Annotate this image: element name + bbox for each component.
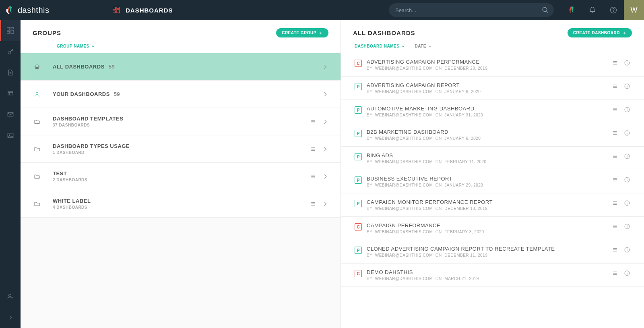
dashboard-row[interactable]: PAUTOMOTIVE MARKETING DASHBOARDBY WEBINA… xyxy=(341,100,644,123)
sidebar-dashboards[interactable] xyxy=(0,20,21,41)
group-row[interactable]: YOUR DASHBOARDS59 xyxy=(21,81,341,108)
dashboard-row[interactable]: PBING ADSBY WEBINAR@DASHTHIS.COM ON FEBR… xyxy=(341,147,644,170)
chevron-right-icon[interactable] xyxy=(322,146,328,152)
dashboard-body: CAMPAIGN PERFORMANCEBY WEBINAR@DASHTHIS.… xyxy=(367,222,612,234)
dashboard-row[interactable]: PCLONED ADVERTISING CAMPAIGN REPORT TO R… xyxy=(341,240,644,264)
chevron-up-icon xyxy=(401,44,405,48)
info-icon[interactable] xyxy=(624,60,630,66)
folder-icon xyxy=(33,146,41,152)
menu-icon[interactable] xyxy=(310,118,316,125)
info-icon[interactable] xyxy=(624,176,630,183)
info-icon[interactable] xyxy=(624,200,630,206)
dashboard-row[interactable]: PBUSINESS EXECUTIVE REPORTBY WEBINAR@DAS… xyxy=(341,170,644,193)
dashboard-date: MARCH 21, 2019 xyxy=(444,276,479,281)
sort-group-names[interactable]: GROUP NAMES xyxy=(57,44,95,48)
group-row[interactable]: TEST2 DASHBOARDS xyxy=(21,163,341,190)
svg-rect-10 xyxy=(11,27,14,29)
group-row[interactable]: DASHBOARD TEMPLATES37 DASHBOARDS xyxy=(21,108,341,135)
menu-icon[interactable] xyxy=(310,173,316,180)
create-dashboard-label: CREATE DASHBOARD xyxy=(573,31,620,35)
group-subtitle: 4 DASHBOARDS xyxy=(53,205,310,210)
dashboard-row[interactable]: PADVERTISING CAMPAIGN REPORTBY WEBINAR@D… xyxy=(341,77,644,100)
dashboard-row[interactable]: PB2B MARKETING DASHBOARDBY WEBINAR@DASHT… xyxy=(341,123,644,147)
notifications-button[interactable] xyxy=(582,0,603,20)
dashboard-row[interactable]: PCAMPAIGN MONITOR PERFORMANCE REPORTBY W… xyxy=(341,193,644,217)
info-icon[interactable] xyxy=(624,270,630,276)
logo[interactable]: dashthis xyxy=(0,5,105,15)
dashboard-actions xyxy=(612,223,630,230)
chevron-right-icon[interactable] xyxy=(322,173,328,180)
dashboard-actions xyxy=(612,270,630,276)
chevron-right-icon[interactable] xyxy=(322,118,328,125)
group-actions xyxy=(322,64,328,70)
svg-rect-22 xyxy=(8,133,13,138)
dashboards-panel: ALL DASHBOARDS CREATE DASHBOARD DASHBOAR… xyxy=(341,20,644,328)
menu-icon[interactable] xyxy=(612,247,618,253)
chevron-right-icon[interactable] xyxy=(322,91,328,98)
info-icon[interactable] xyxy=(624,153,630,160)
avatar-initial: W xyxy=(631,6,638,15)
dashboard-actions xyxy=(612,247,630,253)
sidebar-expand[interactable] xyxy=(0,307,21,328)
info-icon[interactable] xyxy=(624,130,630,136)
dashboard-type-badge: P xyxy=(355,130,362,137)
menu-icon[interactable] xyxy=(612,223,618,230)
svg-rect-3 xyxy=(117,10,120,13)
info-icon[interactable] xyxy=(624,223,630,230)
dashboard-actions xyxy=(612,176,630,183)
chevron-right-icon xyxy=(8,315,13,320)
dashboard-meta: BY WEBINAR@DASHTHIS.COM ON JANUARY 29, 2… xyxy=(367,183,612,187)
dashboard-author: WEBINAR@DASHTHIS.COM xyxy=(375,89,433,94)
group-row[interactable]: WHITE LABEL4 DASHBOARDS xyxy=(21,190,341,218)
dashboard-row[interactable]: CADVERTISING CAMPAIGN PERFORMANCEBY WEBI… xyxy=(341,53,644,77)
search-input[interactable] xyxy=(389,3,554,17)
info-icon[interactable] xyxy=(624,247,630,253)
menu-icon[interactable] xyxy=(310,146,316,152)
dashboard-row[interactable]: CDEMO DAHSTHISBY WEBINAR@DASHTHIS.COM ON… xyxy=(341,264,644,287)
menu-icon[interactable] xyxy=(612,130,618,136)
create-group-button[interactable]: CREATE GROUP xyxy=(276,28,328,37)
dashboard-date: DECEMBER 18, 2019 xyxy=(444,206,487,211)
menu-icon[interactable] xyxy=(612,153,618,160)
menu-icon[interactable] xyxy=(612,176,618,183)
dashboard-meta: BY WEBINAR@DASHTHIS.COM ON DECEMBER 18, … xyxy=(367,206,612,211)
bell-icon xyxy=(588,6,597,14)
menu-icon[interactable] xyxy=(310,201,316,207)
groups-panel: GROUPS CREATE GROUP GROUP NAMES ALL DASH… xyxy=(21,20,341,328)
dashboard-date: DECEMBER 11, 2019 xyxy=(444,253,487,257)
svg-point-72 xyxy=(627,155,627,156)
dashboard-row[interactable]: CCAMPAIGN PERFORMANCEBY WEBINAR@DASHTHIS… xyxy=(341,217,644,240)
info-icon[interactable] xyxy=(624,83,630,89)
group-body: DASHBOARD TYPES USAGE1 DASHBOARD xyxy=(53,143,310,155)
group-title: DASHBOARD TEMPLATES xyxy=(53,116,123,122)
sidebar-widgets[interactable] xyxy=(0,125,21,146)
sort-dashboard-names[interactable]: DASHBOARD NAMES xyxy=(355,44,405,48)
folder-icon xyxy=(33,201,41,207)
sort-date[interactable]: DATE xyxy=(415,44,431,48)
menu-icon[interactable] xyxy=(612,200,618,206)
dashboard-body: BING ADSBY WEBINAR@DASHTHIS.COM ON FEBRU… xyxy=(367,152,612,164)
dashboard-title: CAMPAIGN PERFORMANCE xyxy=(367,222,612,228)
info-icon[interactable] xyxy=(624,106,630,113)
sidebar-templates[interactable] xyxy=(0,83,21,104)
group-row[interactable]: DASHBOARD TYPES USAGE1 DASHBOARD xyxy=(21,135,341,163)
brand-button[interactable]: dashthis xyxy=(561,0,582,20)
chevron-right-icon[interactable] xyxy=(322,201,328,207)
help-button[interactable] xyxy=(603,0,624,20)
group-body: TEST2 DASHBOARDS xyxy=(53,170,310,182)
avatar[interactable]: W xyxy=(624,0,644,20)
create-dashboard-button[interactable]: CREATE DASHBOARD xyxy=(568,28,632,37)
group-row[interactable]: ALL DASHBOARDS59 xyxy=(21,53,341,81)
sidebar-reports[interactable] xyxy=(0,62,21,83)
search-icon[interactable] xyxy=(542,6,549,14)
menu-icon[interactable] xyxy=(612,60,618,66)
sidebar-mail[interactable] xyxy=(0,104,21,125)
sidebar-add-user[interactable] xyxy=(0,286,21,307)
chevron-right-icon[interactable] xyxy=(322,64,328,70)
menu-icon[interactable] xyxy=(612,83,618,89)
sidebar-integrations[interactable] xyxy=(0,41,21,62)
menu-icon[interactable] xyxy=(612,270,618,276)
group-count: 59 xyxy=(114,91,120,97)
menu-icon[interactable] xyxy=(612,106,618,113)
svg-rect-9 xyxy=(7,27,10,30)
